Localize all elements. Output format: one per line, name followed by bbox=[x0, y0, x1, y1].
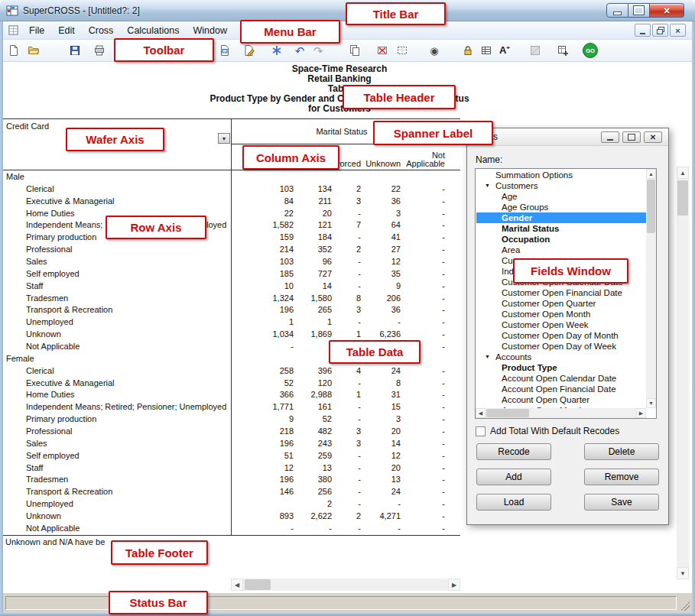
select-table-button[interactable] bbox=[393, 41, 411, 60]
table-properties-button[interactable] bbox=[477, 41, 495, 60]
maximize-button[interactable] bbox=[628, 3, 650, 18]
add-total-checkbox[interactable]: Add Total With Default Recodes bbox=[476, 426, 619, 436]
row-label[interactable]: Clerical bbox=[3, 183, 231, 196]
horizontal-scrollbar[interactable]: ◀ ▶ bbox=[231, 579, 460, 591]
record-view-button[interactable]: ◉ bbox=[425, 41, 443, 60]
scroll-up-icon[interactable]: ▲ bbox=[646, 169, 656, 179]
menu-item-window[interactable]: Window bbox=[186, 24, 233, 37]
fields-horizontal-scroll-thumb[interactable] bbox=[486, 409, 529, 417]
scroll-down-icon[interactable]: ▼ bbox=[677, 567, 689, 579]
wafer-axis-label[interactable]: Credit Card bbox=[6, 122, 49, 131]
row-label[interactable]: Executive & Managerial bbox=[3, 378, 231, 390]
field-item[interactable]: Marital Status bbox=[476, 223, 646, 234]
row-label[interactable]: Executive & Managerial bbox=[3, 196, 231, 208]
row-label[interactable]: Independent Means; Retired; Pensioner; U… bbox=[3, 401, 231, 413]
copy-button[interactable] bbox=[346, 41, 364, 60]
scroll-up-icon[interactable]: ▲ bbox=[677, 167, 689, 179]
checkbox-icon[interactable] bbox=[476, 426, 486, 436]
mdi-close-button[interactable]: × bbox=[670, 24, 686, 37]
vertical-scroll-thumb[interactable] bbox=[677, 180, 688, 216]
row-label[interactable]: Tradesmen bbox=[3, 293, 231, 305]
field-item[interactable]: Customer Open Week bbox=[476, 319, 646, 330]
lock-button[interactable] bbox=[459, 41, 477, 60]
add-button[interactable]: Add bbox=[476, 468, 551, 485]
field-item[interactable]: Summation Options bbox=[476, 170, 646, 180]
row-label[interactable]: Tradesmen bbox=[3, 474, 231, 486]
expander-icon[interactable]: ▼ bbox=[485, 352, 490, 362]
mdi-restore-button[interactable] bbox=[652, 24, 668, 37]
load-button[interactable]: Load bbox=[476, 494, 551, 511]
open-button[interactable] bbox=[24, 41, 43, 60]
fields-vertical-scroll-thumb[interactable] bbox=[647, 180, 655, 233]
row-label[interactable]: Sales bbox=[3, 438, 231, 450]
row-label[interactable]: Transport & Recreation bbox=[3, 304, 231, 316]
scroll-left-icon[interactable]: ◀ bbox=[476, 408, 486, 418]
column-header[interactable]: Divorced bbox=[336, 159, 365, 170]
minimize-button[interactable] bbox=[606, 3, 628, 18]
annotate-button[interactable] bbox=[216, 41, 234, 60]
new-document-button[interactable] bbox=[5, 41, 23, 60]
fields-maximize-button[interactable] bbox=[622, 131, 641, 143]
field-item[interactable]: Customer Open Financial Date bbox=[476, 287, 646, 298]
scroll-right-icon[interactable]: ▶ bbox=[448, 579, 460, 591]
derivation-button[interactable] bbox=[268, 41, 286, 60]
field-item[interactable]: Account Open Calendar Date bbox=[476, 373, 646, 384]
print-button[interactable] bbox=[90, 41, 109, 60]
close-button[interactable]: × bbox=[650, 3, 684, 18]
new-table-button[interactable] bbox=[554, 41, 572, 60]
redo-button[interactable]: ↷ bbox=[309, 41, 327, 60]
menu-item-cross[interactable]: Cross bbox=[82, 24, 121, 37]
field-item[interactable]: Customer Open Day of Week bbox=[476, 341, 646, 352]
row-label[interactable]: Home Duties bbox=[3, 389, 231, 401]
scroll-left-icon[interactable]: ◀ bbox=[231, 579, 243, 591]
fields-minimize-button[interactable] bbox=[601, 131, 619, 143]
row-label[interactable]: Unemployed bbox=[3, 498, 231, 511]
fields-title-bar[interactable]: Fields ✕ bbox=[467, 128, 668, 146]
row-label[interactable]: Sales bbox=[3, 256, 231, 268]
row-label[interactable]: Not Applicable bbox=[3, 523, 231, 535]
delete-table-button[interactable] bbox=[373, 41, 391, 60]
remove-button[interactable]: Remove bbox=[584, 468, 659, 485]
column-header[interactable]: Unknown bbox=[365, 159, 405, 170]
field-item[interactable]: Product Type bbox=[476, 362, 646, 373]
field-item[interactable]: Occupation bbox=[476, 234, 646, 245]
fields-vertical-scrollbar[interactable]: ▲ ▼ bbox=[646, 169, 656, 408]
row-label[interactable]: Female bbox=[3, 353, 231, 365]
vertical-scrollbar[interactable]: ▲ ▼ bbox=[677, 167, 689, 579]
scroll-right-icon[interactable]: ▶ bbox=[636, 408, 646, 418]
row-label[interactable]: Unemployed bbox=[3, 316, 231, 329]
font-size-button[interactable]: A+ bbox=[495, 41, 514, 60]
field-item[interactable]: Gender bbox=[476, 212, 646, 223]
fields-horizontal-scrollbar[interactable]: ◀ ▶ bbox=[476, 408, 646, 418]
row-label[interactable]: Male bbox=[3, 171, 231, 183]
row-label[interactable]: Transport & Recreation bbox=[3, 486, 231, 498]
mdi-minimize-button[interactable] bbox=[635, 24, 651, 37]
row-label[interactable]: Professional bbox=[3, 426, 231, 438]
edit-button[interactable] bbox=[240, 41, 258, 60]
field-item[interactable]: Account Open Quarter bbox=[476, 394, 646, 405]
field-item[interactable]: Age bbox=[476, 191, 646, 202]
row-label[interactable]: Unknown bbox=[3, 329, 231, 341]
go-button[interactable]: GO bbox=[581, 41, 599, 60]
row-label[interactable]: Primary production bbox=[3, 413, 231, 426]
field-item[interactable]: ▼Accounts bbox=[476, 352, 646, 362]
expander-icon[interactable]: ▼ bbox=[485, 180, 490, 191]
menu-item-edit[interactable]: Edit bbox=[51, 24, 82, 37]
menu-item-file[interactable]: File bbox=[22, 24, 51, 37]
field-item[interactable]: Age Groups bbox=[476, 202, 646, 212]
menu-item-calculations[interactable]: Calculations bbox=[120, 24, 186, 37]
horizontal-scroll-thumb[interactable] bbox=[245, 579, 271, 590]
row-label[interactable]: Professional bbox=[3, 244, 231, 256]
document-icon[interactable] bbox=[8, 24, 19, 36]
fields-close-button[interactable]: ✕ bbox=[644, 131, 662, 143]
save-button[interactable]: Save bbox=[584, 494, 659, 511]
save-button[interactable] bbox=[66, 41, 84, 60]
row-label[interactable]: Staff bbox=[3, 462, 231, 475]
scroll-down-icon[interactable]: ▼ bbox=[646, 398, 656, 408]
row-label[interactable]: Clerical bbox=[3, 365, 231, 378]
undo-button[interactable]: ↶ bbox=[291, 41, 309, 60]
field-item[interactable]: Customer Open Quarter bbox=[476, 298, 646, 309]
field-item[interactable]: Customer Open Day of Month bbox=[476, 330, 646, 341]
field-item[interactable]: Customer Open Month bbox=[476, 309, 646, 319]
delete-button[interactable]: Delete bbox=[584, 443, 659, 460]
